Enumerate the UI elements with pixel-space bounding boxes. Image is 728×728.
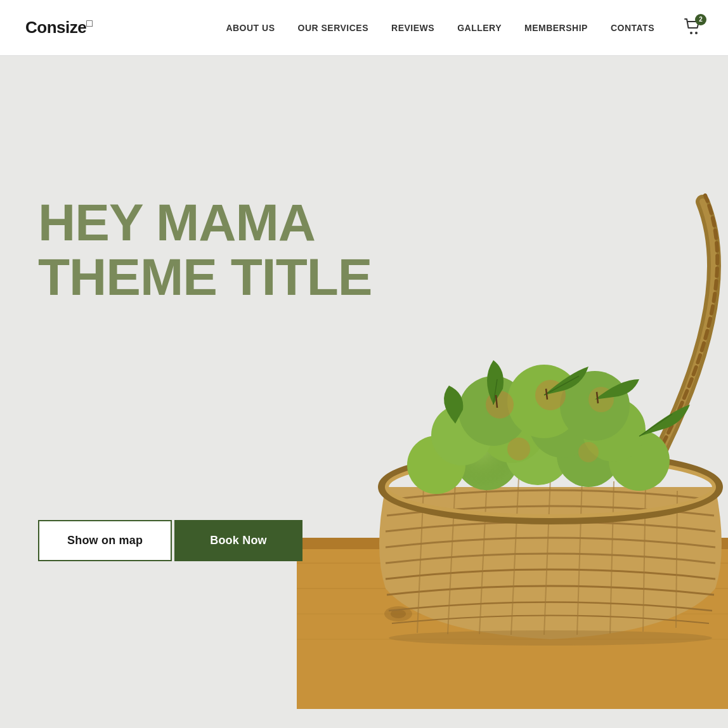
nav-about-us[interactable]: ABOUT US	[226, 23, 275, 33]
hero-buttons: Show on map Book Now	[38, 520, 372, 561]
site-header: Consize□ ABOUT US OUR SERVICES REVIEWS G…	[0, 0, 728, 56]
cart-badge: 2	[695, 14, 706, 25]
logo-sup: □	[86, 18, 92, 29]
svg-point-40	[578, 442, 599, 462]
nav-membership[interactable]: MEMBERSHIP	[524, 23, 588, 33]
hero-section: HEY MAMA THEME TITLE Show on map Book No…	[0, 56, 728, 728]
svg-point-39	[507, 438, 530, 460]
hero-content: HEY MAMA THEME TITLE Show on map Book No…	[38, 195, 372, 561]
show-on-map-button[interactable]: Show on map	[38, 520, 172, 561]
main-nav: ABOUT US OUR SERVICES REVIEWS GALLERY ME…	[226, 16, 703, 39]
book-now-button[interactable]: Book Now	[174, 520, 302, 561]
nav-contats[interactable]: CONTATS	[611, 23, 654, 33]
nav-our-services[interactable]: OUR SERVICES	[298, 23, 369, 33]
nav-reviews[interactable]: REVIEWS	[391, 23, 434, 33]
logo[interactable]: Consize□	[25, 18, 92, 37]
hero-title: HEY MAMA THEME TITLE	[38, 195, 372, 304]
logo-text: Consize□	[25, 18, 92, 37]
nav-gallery[interactable]: GALLERY	[457, 23, 502, 33]
svg-point-0	[690, 32, 692, 34]
cart-button[interactable]: 2	[682, 16, 703, 39]
svg-point-47	[389, 630, 712, 646]
svg-point-1	[695, 32, 698, 34]
